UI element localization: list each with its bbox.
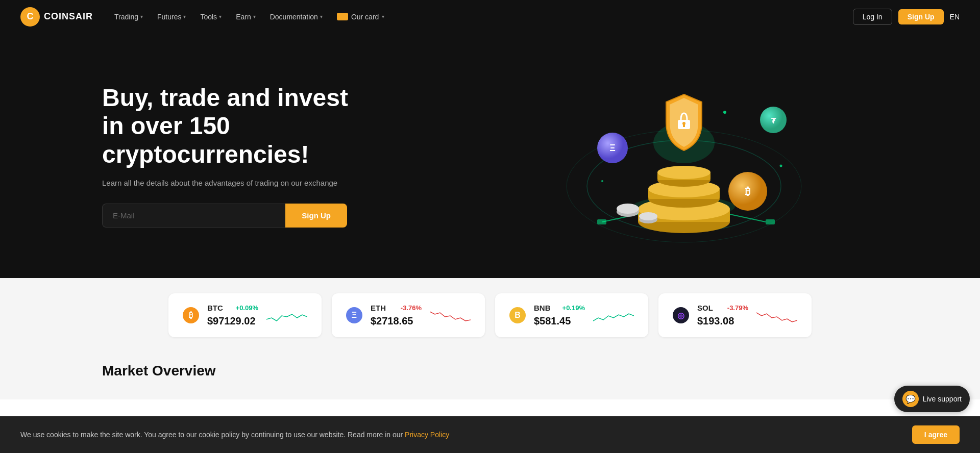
sol-info: SOL -3.79% $193.08 [697,304,748,327]
sol-change: -3.79% [727,304,748,312]
svg-text:₮: ₮ [771,117,776,125]
btc-info: BTC +0.09% $97129.02 [207,304,258,327]
svg-point-32 [780,165,782,167]
eth-symbol: ETH [371,304,386,312]
navbar-nav: Trading ▾ Futures ▾ Tools ▾ Earn ▾ Docum… [108,9,853,25]
signup-button-nav[interactable]: Sign Up [898,9,944,24]
svg-point-11 [657,166,710,179]
ticker-card-sol[interactable]: ◎ SOL -3.79% $193.08 [658,293,812,337]
nav-item-our-card[interactable]: Our card ▾ [331,9,390,25]
eth-sparkline [430,307,471,324]
chevron-down-icon: ▾ [219,14,222,19]
bnb-price: $581.45 [534,315,585,327]
logo[interactable]: C COINSAIR [20,7,93,27]
ticker-card-bnb[interactable]: B BNB +0.19% $581.45 [495,293,648,337]
hero-illustration: Ξ ₿ ₮ [490,64,878,247]
btc-symbol: BTC [207,304,223,312]
ticker-card-eth[interactable]: Ξ ETH -3.76% $2718.65 [332,293,485,337]
nav-item-trading[interactable]: Trading ▾ [108,9,149,25]
btc-price: $97129.02 [207,315,258,327]
bnb-sparkline [593,307,634,324]
sol-icon: ◎ [673,307,689,323]
language-selector[interactable]: EN [950,13,960,21]
nav-item-tools[interactable]: Tools ▾ [194,9,228,25]
chevron-down-icon: ▾ [183,14,186,19]
nav-item-earn[interactable]: Earn ▾ [230,9,262,25]
hero-subtitle: Learn all the details about the advantag… [102,179,347,187]
eth-info: ETH -3.76% $2718.65 [371,304,422,327]
svg-rect-15 [766,219,775,224]
chevron-down-icon: ▾ [320,14,323,19]
hero-title: Buy, trade and invest in over 150 crypto… [102,84,368,168]
bnb-symbol: BNB [534,304,551,312]
hero-form: Sign Up [102,204,347,228]
svg-point-27 [617,204,639,214]
navbar: C COINSAIR Trading ▾ Futures ▾ Tools ▾ E… [0,0,980,33]
bnb-change: +0.19% [562,304,585,312]
live-support-widget[interactable]: 💬 Live support [894,386,970,399]
sol-symbol: SOL [697,304,713,312]
btc-change: +0.09% [236,304,258,312]
sol-sparkline [756,307,797,324]
chevron-down-icon: ▾ [253,14,256,19]
logo-icon: C [20,7,40,27]
live-support-label: Live support [923,395,962,399]
support-icon: 💬 [902,391,919,399]
svg-rect-19 [683,124,685,127]
signup-button-hero[interactable]: Sign Up [285,204,347,228]
svg-text:Ξ: Ξ [609,143,616,153]
eth-price: $2718.65 [371,315,422,327]
hero-content: Buy, trade and invest in over 150 crypto… [102,84,490,228]
svg-point-31 [601,180,603,182]
email-input[interactable] [102,204,285,228]
eth-icon: Ξ [346,307,362,323]
logo-text: COINSAIR [44,11,93,22]
market-title: Market Overview [102,363,878,379]
nav-item-futures[interactable]: Futures ▾ [151,9,192,25]
btc-icon: ₿ [183,307,199,323]
sol-price: $193.08 [697,315,748,327]
svg-point-29 [639,212,657,220]
bnb-icon: B [509,307,526,323]
card-icon [337,13,348,20]
ticker-section: ₿ BTC +0.09% $97129.02 Ξ ETH -3.76% $271… [0,278,980,353]
nav-item-documentation[interactable]: Documentation ▾ [264,9,329,25]
svg-point-30 [723,111,726,114]
navbar-right: Log In Sign Up EN [853,9,960,25]
hero-graphic: Ξ ₿ ₮ [561,64,806,247]
login-button[interactable]: Log In [853,9,892,25]
svg-rect-14 [597,219,606,224]
btc-sparkline [266,307,307,324]
bnb-info: BNB +0.19% $581.45 [534,304,585,327]
hero-section: Buy, trade and invest in over 150 crypto… [0,33,980,278]
chevron-down-icon: ▾ [140,14,143,19]
eth-change: -3.76% [401,304,422,312]
market-section: Market Overview [0,353,980,399]
chevron-down-icon: ▾ [382,14,384,19]
svg-text:₿: ₿ [745,186,750,197]
ticker-card-btc[interactable]: ₿ BTC +0.09% $97129.02 [168,293,322,337]
